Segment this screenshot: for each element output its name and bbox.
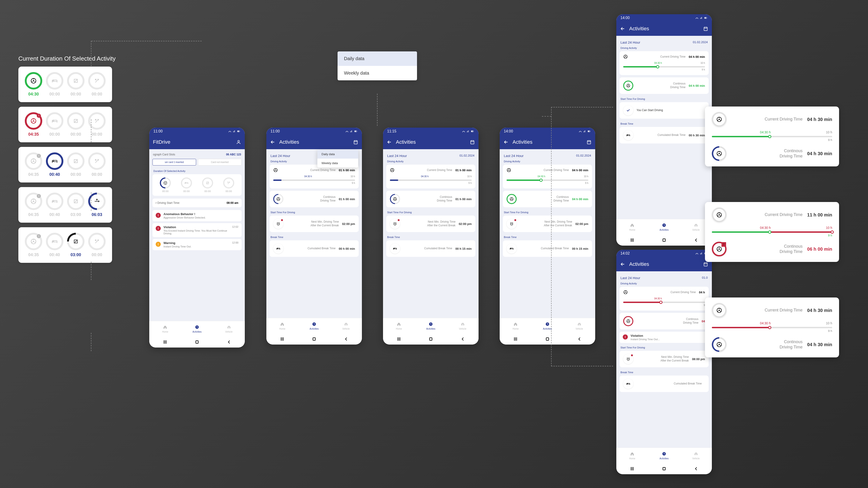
back-button[interactable]: [693, 237, 699, 242]
car-icon: [693, 451, 699, 456]
activity-item[interactable]: 00:00: [67, 153, 85, 177]
calendar-button[interactable]: [353, 139, 358, 144]
square-icon[interactable]: [202, 177, 213, 189]
activity-item[interactable]: 00:00: [46, 72, 63, 97]
calendar-button[interactable]: [587, 139, 591, 144]
wheel-icon[interactable]: [157, 175, 173, 191]
activity-item[interactable]: 00:00: [67, 112, 85, 137]
activity-item[interactable]: 00:00: [67, 72, 85, 97]
nav-vehicle[interactable]: Vehicle: [680, 448, 712, 463]
activity-item[interactable]: 00:00: [46, 112, 63, 137]
nav-activities[interactable]: Activities: [298, 318, 330, 333]
calendar-button[interactable]: [703, 26, 708, 31]
slider-track[interactable]: [273, 180, 355, 181]
activity-item[interactable]: 00:00: [88, 153, 105, 177]
slider-track[interactable]: [623, 66, 705, 67]
nav-vehicle[interactable]: Vehicle: [446, 318, 478, 333]
menu-weekly[interactable]: Weekly data: [317, 159, 358, 168]
alert-row[interactable]: ! Anomalous Behavior !Aggressive Driver …: [153, 210, 242, 221]
back-button[interactable]: [343, 336, 348, 341]
recents-button[interactable]: [396, 336, 401, 341]
back-button[interactable]: [503, 139, 508, 144]
nav-vehicle[interactable]: Vehicle: [330, 318, 362, 333]
activity-item[interactable]: ! 04:35: [25, 112, 42, 137]
bed-icon[interactable]: [181, 177, 192, 189]
daily-weekly-menu[interactable]: Daily data Weekly data: [338, 52, 417, 80]
recents-button[interactable]: [280, 336, 285, 341]
back-button[interactable]: [270, 139, 275, 144]
slider-track[interactable]: [623, 302, 705, 303]
back-button[interactable]: [577, 336, 582, 341]
status-icons: [695, 17, 708, 19]
daily-weekly-menu-inline[interactable]: Daily data Weekly data: [317, 150, 358, 168]
nav-activities[interactable]: Activities: [415, 318, 447, 333]
slider-track[interactable]: [390, 180, 472, 181]
nav-home[interactable]: Home: [149, 321, 181, 336]
nav-home[interactable]: Home: [267, 318, 298, 333]
nav-vehicle[interactable]: Vehicle: [563, 318, 595, 333]
activity-item[interactable]: 00:00: [88, 72, 105, 97]
back-button[interactable]: [387, 139, 392, 144]
nav-activities[interactable]: Activities: [648, 448, 680, 463]
menu-weekly[interactable]: Weekly data: [338, 66, 417, 80]
slider-fill: [506, 180, 541, 181]
activity-item[interactable]: 04:30: [25, 72, 42, 97]
nav-home[interactable]: Home: [616, 448, 648, 463]
activity-item[interactable]: 03:00: [67, 193, 85, 217]
home-button[interactable]: [545, 336, 550, 341]
activity-item[interactable]: 00:40: [46, 193, 63, 217]
nav-home[interactable]: Home: [500, 318, 532, 333]
home-button[interactable]: [661, 237, 666, 242]
activity-selector-card: ! 04:35 00:40 00:00 00:00: [19, 147, 112, 183]
home-button[interactable]: [194, 339, 199, 345]
menu-daily[interactable]: Daily data: [317, 150, 358, 159]
calendar-button[interactable]: [703, 262, 708, 267]
tools-icon: [93, 117, 100, 125]
recents-button[interactable]: [513, 336, 518, 341]
home-button[interactable]: [312, 336, 317, 341]
cont-value: 01 h 00 min: [455, 197, 472, 201]
activity-item[interactable]: ! 04:35: [25, 233, 42, 257]
card-slot-2[interactable]: Card not inserted: [198, 159, 242, 165]
slider-track[interactable]: [712, 327, 832, 328]
alert-row[interactable]: ! ViolationYou Exceed Instant Driving Ti…: [153, 223, 242, 237]
activity-item[interactable]: 03:00: [67, 233, 85, 257]
profile-button[interactable]: [236, 139, 241, 144]
activity-item[interactable]: ! 04:35: [25, 193, 42, 217]
activity-item[interactable]: 00:40: [46, 233, 63, 257]
recents-button[interactable]: [630, 466, 635, 471]
slider-track[interactable]: [506, 180, 588, 181]
wheel-icon: [712, 112, 726, 127]
menu-daily[interactable]: Daily data: [338, 52, 417, 66]
back-button[interactable]: [460, 336, 465, 341]
nav-activities[interactable]: Activities: [181, 321, 213, 336]
activity-item[interactable]: ! 04:35: [25, 153, 42, 177]
nav-home[interactable]: Home: [616, 219, 648, 235]
android-nav-bar: [383, 333, 478, 345]
slider-track[interactable]: [712, 231, 832, 233]
cont-label: Continous Driving Time: [637, 318, 699, 325]
recents-button[interactable]: [162, 339, 167, 345]
violation-row[interactable]: ! ViolationInstant Driving Time Out...: [620, 332, 709, 343]
slider-thumb: [656, 65, 659, 68]
nav-activities[interactable]: Activities: [648, 219, 680, 235]
android-nav-bar: [267, 333, 362, 345]
calendar-button[interactable]: [470, 139, 475, 144]
activity-item[interactable]: 00:40: [46, 153, 63, 177]
activity-item[interactable]: 00:00: [88, 233, 105, 257]
alert-row[interactable]: ! WarningInstant Driving Time Out. 12:00: [153, 239, 242, 250]
back-button[interactable]: [226, 339, 231, 345]
nav-activities[interactable]: Activities: [532, 318, 563, 333]
nav-vehicle[interactable]: Vehicle: [213, 321, 245, 336]
home-button[interactable]: [661, 466, 666, 471]
back-button[interactable]: [620, 26, 625, 31]
home-button[interactable]: [428, 336, 433, 341]
slider-track[interactable]: [712, 136, 832, 137]
tools-icon[interactable]: [223, 177, 234, 189]
recents-button[interactable]: [630, 237, 635, 242]
nav-home[interactable]: Home: [383, 318, 415, 333]
cum-break-row: Cumulated Break Time: [620, 376, 709, 392]
back-button[interactable]: [693, 466, 699, 471]
card-slot-1[interactable]: ver card 1 inserted: [153, 159, 196, 165]
back-button[interactable]: [620, 262, 625, 267]
